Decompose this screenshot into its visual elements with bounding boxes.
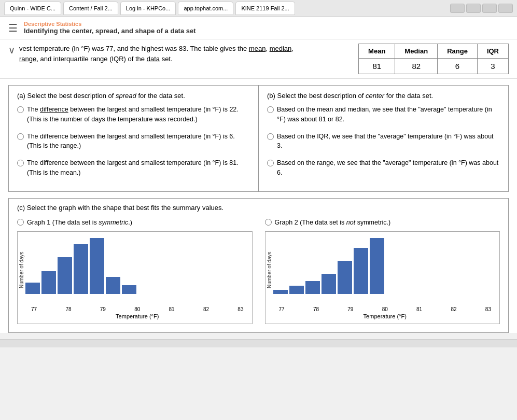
bar-79 [58,257,72,293]
part-b-option-3-text: Based on the range, we see that the "ave… [277,158,500,178]
part-a-radio-3[interactable] [17,160,24,166]
corner-btn-4[interactable] [498,4,513,13]
graph2-y-label: Number of days [266,234,273,306]
hamburger-icon[interactable]: ☰ [8,22,18,34]
corner-btn-2[interactable] [466,4,481,13]
g2-bar-81 [338,261,352,294]
corner-btn-1[interactable] [450,4,465,13]
val-range: 6 [438,59,478,74]
part-b-option-3[interactable]: Based on the range, we see that the "ave… [267,158,500,178]
g2-x-tick-77: 77 [279,306,285,312]
part-a-radio-2[interactable] [17,133,24,140]
part-a-radio-1[interactable] [17,106,24,113]
part-c-section: (c) Select the graph with the shape that… [8,198,509,333]
scrollbar[interactable] [0,339,517,347]
g2-x-tick-80: 80 [382,306,388,312]
graph2-box: Number of days [265,231,500,324]
col-range: Range [438,44,478,59]
part-a-option-1[interactable]: The difference between the largest and s… [17,105,250,124]
bar-82 [106,277,120,293]
browser-tab-2[interactable]: Content / Fall 2... [63,2,118,15]
part-c-radio-2[interactable] [265,219,272,226]
graph1-option[interactable]: Graph 1 (The data set is symmetric.) [17,219,132,226]
median-link[interactable]: median [270,45,292,52]
part-b-option-1-text: Based on the mean and median, we see tha… [277,105,500,124]
part-a-option-3[interactable]: The difference between the largest and s… [17,158,250,178]
g2-bar-78 [289,286,304,293]
part-b-option-2-text: Based on the IQR, we see that the "avera… [277,132,500,151]
g2-x-tick-83: 83 [485,306,491,312]
part-a-option-2-text: The difference between the largest and s… [27,132,250,151]
intro-comma: , [266,45,269,52]
browser-tab-5[interactable]: KINE 2119 Fall 2... [235,2,295,15]
browser-tab-4[interactable]: app.tophat.com... [178,2,233,15]
part-a-option-2[interactable]: The difference between the largest and s… [17,132,250,151]
intro-comma2: , [291,45,294,52]
intro-text-1: vest temperature (in °F) was 77, and the… [19,45,249,52]
intro-text-2: , and interquartile range (IQR) of the [36,55,146,63]
part-a-option-1-text: The difference between the largest and s… [27,105,250,124]
graph2-x-label: Temperature (°F) [279,313,492,319]
questions-ab: (a) Select the best description of sprea… [8,85,509,192]
val-median: 82 [395,59,438,74]
g2-bar-82 [354,248,368,294]
bar-77 [25,283,40,294]
graphs-row: Graph 1 (The data set is symmetric.) Num… [17,219,500,324]
col-mean: Mean [359,44,395,59]
intro-section: ∨ vest temperature (in °F) was 77, and t… [0,39,517,79]
browser-tab-3[interactable]: Log in - KHPCo... [120,2,176,15]
header-title: Identifying the center, spread, and shap… [24,27,196,35]
part-a-title: (a) Select the best description of sprea… [17,92,250,100]
graph1-x-label: Temperature (°F) [31,313,244,319]
header-text: Descriptive Statistics Identifying the c… [24,21,196,35]
col-iqr: IQR [477,44,508,59]
graph1-box: Number of days [17,231,253,324]
part-b-radio-2[interactable] [267,133,274,140]
graph2-x-axis: 77 78 79 80 81 82 83 Temperature (°F) [266,306,496,319]
mean-link[interactable]: mean [249,45,266,52]
g2-x-tick-78: 78 [313,306,319,312]
g2-x-tick-81: 81 [416,306,422,312]
x-tick-81: 81 [169,306,175,312]
graph1-y-label: Number of days [18,234,25,306]
x-tick-80: 80 [134,306,140,312]
part-b-option-1[interactable]: Based on the mean and median, we see tha… [267,105,500,124]
g2-x-tick-82: 82 [451,306,456,312]
col-median: Median [395,44,438,59]
x-tick-79: 79 [100,306,106,312]
val-mean: 81 [359,59,395,74]
graph1-bars [25,238,244,294]
browser-bar: Quinn - WIDE C... Content / Fall 2... Lo… [0,0,517,17]
app-header: ☰ Descriptive Statistics Identifying the… [0,17,517,39]
graph2-bars [273,238,492,294]
g2-bar-79 [305,281,320,294]
bar-83 [122,285,136,293]
part-b-radio-1[interactable] [267,106,274,113]
x-tick-82: 82 [203,306,209,312]
g2-x-tick-79: 79 [347,306,353,312]
graph2-option[interactable]: Graph 2 (The data set is not symmetric.) [265,219,391,226]
bar-78 [41,271,56,293]
part-b-option-2[interactable]: Based on the IQR, we see that the "avera… [267,132,500,151]
graph2-label: Graph 2 (The data set is not symmetric.) [275,219,391,226]
part-b-col: (b) Select the best description of cente… [259,86,508,191]
range-link[interactable]: range [19,55,36,63]
x-tick-83: 83 [237,306,243,312]
g2-bar-80 [322,274,336,294]
data-link[interactable]: data [147,55,160,63]
graph1-container: Graph 1 (The data set is symmetric.) Num… [17,219,253,324]
expand-button[interactable]: ∨ [8,45,15,56]
part-a-col: (a) Select the best description of sprea… [9,86,259,191]
x-tick-78: 78 [65,306,71,312]
graph1-x-axis: 77 78 79 80 81 82 83 Temperature (°F) [18,306,248,319]
part-c-radio-1[interactable] [17,219,24,226]
val-iqr: 3 [477,59,508,74]
graph1-label: Graph 1 (The data set is symmetric.) [27,219,132,226]
corner-btn-3[interactable] [482,4,497,13]
part-c-title: (c) Select the graph with the shape that… [17,204,500,212]
part-b-radio-3[interactable] [267,160,274,166]
browser-tab-1[interactable]: Quinn - WIDE C... [4,2,61,15]
x-tick-77: 77 [31,306,37,312]
graph2-container: Graph 2 (The data set is not symmetric.)… [265,219,500,324]
main-content: ∨ vest temperature (in °F) was 77, and t… [0,39,517,333]
